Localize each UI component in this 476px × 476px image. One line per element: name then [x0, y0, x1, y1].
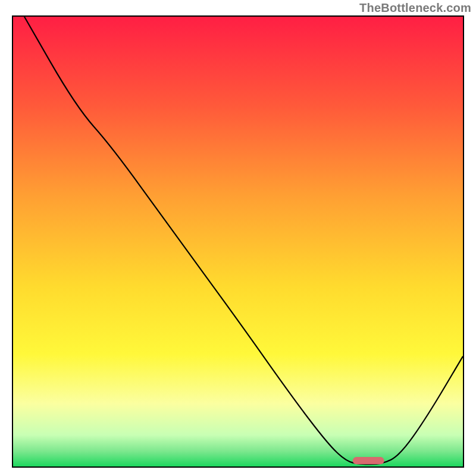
gradient-background	[13, 17, 463, 466]
optimal-marker	[353, 457, 384, 464]
chart-svg	[13, 17, 463, 466]
chart-frame	[12, 15, 464, 468]
watermark-text: TheBottleneck.com	[359, 1, 471, 15]
chart-container: TheBottleneck.com	[0, 0, 476, 476]
